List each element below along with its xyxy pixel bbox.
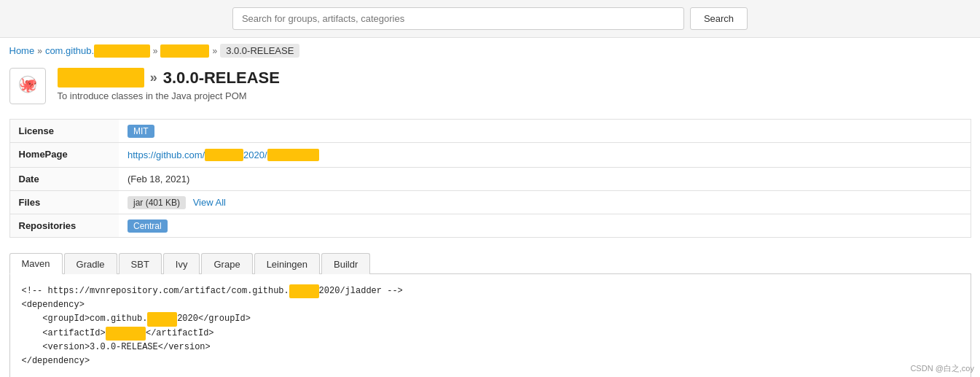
- metadata-value-date: (Feb 18, 2021): [119, 168, 971, 191]
- metadata-row-license: License MIT: [9, 120, 971, 143]
- tabs-nav: Maven Gradle SBT Ivy Grape Leiningen Bui…: [9, 252, 971, 274]
- artifact-version: 3.0.0-RELEASE: [163, 69, 280, 88]
- breadcrumb-group[interactable]: com.github.████2020: [45, 44, 150, 58]
- homepage-year: 2020/: [243, 149, 267, 160]
- code-line4-post: </artifactId>: [146, 328, 214, 338]
- tab-ivy[interactable]: Ivy: [163, 253, 200, 274]
- artifact-name-redacted: ███████: [58, 68, 144, 88]
- files-jar-badge: jar (401 KB): [128, 196, 186, 209]
- repositories-badge: Central: [128, 219, 168, 233]
- main-content: Home » com.github.████2020 » ██████ » 3.…: [2, 38, 979, 377]
- metadata-row-files: Files jar (401 KB) View All: [9, 191, 971, 214]
- metadata-value-homepage: https://github.com/████2020/██████: [119, 143, 971, 168]
- code-line6: </dependency>: [22, 356, 90, 366]
- breadcrumb-group-redacted: ████2020: [94, 44, 150, 58]
- metadata-label-date: Date: [9, 168, 119, 191]
- breadcrumb-current: 3.0.0-RELEASE: [220, 44, 299, 58]
- artifact-header: 🐙 ███████ » 3.0.0-RELEASE To introduce c…: [9, 68, 971, 104]
- search-form: Search: [232, 7, 748, 30]
- metadata-table: License MIT HomePage https://github.com/…: [9, 119, 971, 238]
- search-button[interactable]: Search: [690, 7, 748, 30]
- svg-text:🐙: 🐙: [18, 76, 36, 93]
- tab-leiningen[interactable]: Leiningen: [254, 253, 320, 274]
- tab-grape[interactable]: Grape: [201, 253, 252, 274]
- breadcrumb-home[interactable]: Home: [9, 45, 35, 56]
- metadata-value-repositories: Central: [119, 214, 971, 238]
- breadcrumb-artifact-redacted: ██████: [160, 44, 209, 58]
- artifact-logo: 🐙: [9, 68, 46, 104]
- metadata-label-homepage: HomePage: [9, 143, 119, 168]
- tab-buildr[interactable]: Buildr: [321, 253, 370, 274]
- tab-sbt[interactable]: SBT: [119, 253, 162, 274]
- breadcrumb-sep1: »: [37, 46, 42, 56]
- code-redacted2: ████: [147, 312, 177, 326]
- code-line5: <version>3.0.0-RELEASE</version>: [22, 342, 211, 352]
- homepage-prefix: https://github.com/: [128, 149, 205, 160]
- breadcrumb-sep2: »: [153, 46, 158, 56]
- metadata-label-files: Files: [9, 191, 119, 214]
- metadata-row-date: Date (Feb 18, 2021): [9, 168, 971, 191]
- code-comment-prefix: <!-- https://mvnrepository.com/artifact/…: [22, 286, 289, 296]
- code-block: <!-- https://mvnrepository.com/artifact/…: [9, 274, 971, 377]
- homepage-redacted2: ██████: [267, 149, 319, 161]
- octocat-icon: 🐙: [13, 71, 42, 101]
- metadata-row-homepage: HomePage https://github.com/████2020/███…: [9, 143, 971, 168]
- artifact-description: To introduce classes in the Java project…: [58, 90, 280, 101]
- metadata-label-repositories: Repositories: [9, 214, 119, 238]
- homepage-link[interactable]: https://github.com/████2020/██████: [128, 149, 319, 160]
- code-line3-post: 2020</groupId>: [177, 314, 251, 324]
- breadcrumb-group-prefix: com.github.: [45, 45, 94, 56]
- code-redacted1: ████: [289, 284, 319, 298]
- metadata-label-license: License: [9, 120, 119, 143]
- metadata-value-license: MIT: [119, 120, 971, 143]
- search-bar: Search: [0, 0, 980, 38]
- tab-maven[interactable]: Maven: [9, 253, 63, 274]
- artifact-title-section: ███████ » 3.0.0-RELEASE To introduce cla…: [58, 68, 280, 101]
- tabs-container: Maven Gradle SBT Ivy Grape Leiningen Bui…: [9, 252, 971, 377]
- code-line3-pre: <groupId>com.github.: [22, 314, 148, 324]
- code-redacted3: ██████: [106, 327, 146, 341]
- metadata-value-files: jar (401 KB) View All: [119, 191, 971, 214]
- metadata-row-repositories: Repositories Central: [9, 214, 971, 238]
- code-line2: <dependency>: [22, 300, 85, 310]
- watermark: CSDN @白之,coy: [910, 363, 974, 374]
- homepage-redacted1: ████: [205, 149, 243, 161]
- artifact-title: ███████ » 3.0.0-RELEASE: [58, 68, 280, 88]
- search-input[interactable]: [232, 7, 684, 30]
- breadcrumb: Home » com.github.████2020 » ██████ » 3.…: [9, 44, 971, 58]
- breadcrumb-sep3: »: [212, 46, 217, 56]
- artifact-arrow: »: [150, 70, 157, 85]
- tab-gradle[interactable]: Gradle: [64, 253, 117, 274]
- breadcrumb-artifact[interactable]: ██████: [160, 44, 209, 58]
- license-badge: MIT: [128, 125, 154, 138]
- code-comment-suffix: 2020/jladder -->: [319, 286, 403, 296]
- files-viewall-link[interactable]: View All: [193, 197, 226, 208]
- code-line4-pre: <artifactId>: [22, 328, 106, 338]
